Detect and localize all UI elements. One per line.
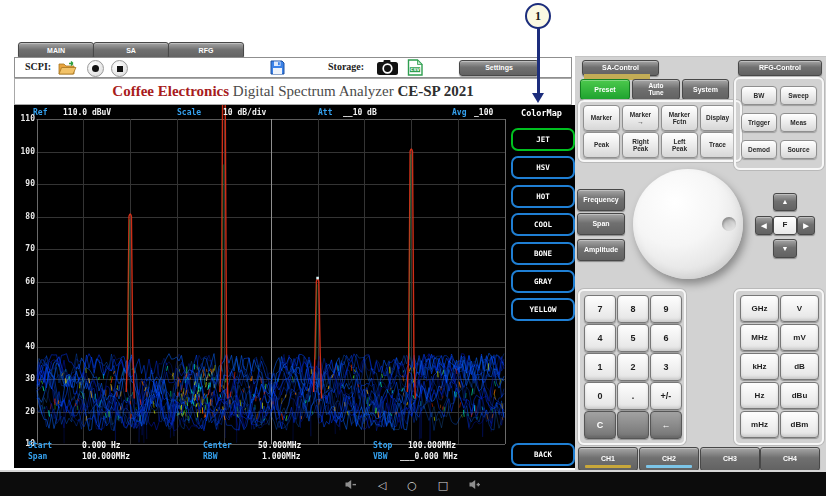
key-8[interactable]: 8	[617, 295, 649, 323]
key-7[interactable]: 7	[584, 295, 616, 323]
trigger-button[interactable]: Trigger	[741, 113, 777, 132]
att-value: __10 dB	[343, 108, 377, 117]
key-backspace[interactable]: ←	[650, 411, 682, 439]
frequency-button[interactable]: Frequency	[577, 189, 625, 211]
peak-button[interactable]: Peak	[583, 132, 620, 158]
marker-fctn-button[interactable]: Marker Fctn	[661, 105, 698, 131]
key-9[interactable]: 9	[650, 295, 682, 323]
rotary-knob[interactable]	[633, 169, 743, 279]
key-hz[interactable]: Hz	[740, 382, 779, 409]
spectrum-panel: Ref 110.0 dBuV Scale 10 dB/div Att __10 …	[14, 105, 575, 468]
y-tick: 40	[14, 342, 35, 351]
record-button[interactable]	[87, 60, 104, 77]
key-khz[interactable]: kHz	[740, 353, 779, 380]
home-icon[interactable]: ○	[407, 480, 417, 491]
y-tick: 100	[14, 147, 35, 156]
bw-button[interactable]: BW	[741, 86, 777, 105]
colormap-option-bone[interactable]: BONE	[511, 242, 575, 265]
ch4-button[interactable]: CH4	[760, 447, 820, 471]
key-1[interactable]: 1	[584, 353, 616, 381]
settings-button[interactable]: Settings	[459, 60, 539, 76]
ch1-label: CH1	[601, 455, 615, 462]
system-navbar: ◁ ○ □	[0, 470, 826, 496]
recents-icon[interactable]: □	[438, 480, 448, 491]
trace-button[interactable]: Trace	[700, 132, 735, 158]
rfg-control-button[interactable]: RFG-Control	[738, 60, 822, 76]
key-0[interactable]: 0	[584, 382, 616, 410]
auto-tune-button[interactable]: Auto Tune	[632, 79, 680, 100]
marker-to-button[interactable]: Marker →	[622, 105, 659, 131]
key-2[interactable]: 2	[617, 353, 649, 381]
stop-button[interactable]	[111, 60, 128, 77]
colormap-option-gray[interactable]: GRAY	[511, 270, 575, 293]
key-decimal[interactable]: .	[617, 382, 649, 410]
nav-left-button[interactable]: ◀	[755, 216, 773, 235]
save-icon[interactable]	[270, 60, 285, 79]
meas-button[interactable]: Meas	[780, 113, 817, 132]
vbw-value: ___0.000 MHz	[400, 452, 458, 461]
key-plus-minus[interactable]: +/-	[650, 382, 682, 410]
avg-label: Avg	[452, 108, 466, 117]
knob-dimple	[722, 217, 736, 231]
nav-f-button[interactable]: F	[773, 216, 797, 235]
demod-button[interactable]: Demod	[741, 140, 777, 159]
camera-icon[interactable]	[376, 59, 399, 80]
nav-up-button[interactable]: ▲	[773, 193, 797, 211]
ref-value: 110.0 dBuV	[63, 108, 111, 117]
marker-button[interactable]: Marker	[583, 105, 620, 131]
folder-open-icon[interactable]	[57, 59, 77, 80]
ch1-button[interactable]: CH1	[578, 447, 638, 471]
colormap-option-jet[interactable]: JET	[511, 128, 575, 151]
stop-label: Stop	[373, 441, 392, 450]
y-tick: 60	[14, 277, 35, 286]
key-5[interactable]: 5	[617, 324, 649, 352]
volume-up-icon[interactable]	[469, 476, 481, 494]
y-tick: 110	[14, 114, 35, 123]
sweep-button[interactable]: Sweep	[780, 86, 817, 105]
key-mhz-milli[interactable]: mHz	[740, 411, 779, 438]
spectrum-display	[14, 105, 575, 468]
svg-text:CSV: CSV	[410, 67, 420, 72]
key-v[interactable]: V	[780, 295, 819, 322]
title-bar: Coffee Electronics Digital Spectrum Anal…	[14, 78, 572, 105]
preset-button[interactable]: Preset	[580, 79, 630, 100]
annotation-arrow-line	[537, 28, 540, 94]
key-ghz[interactable]: GHz	[740, 295, 779, 322]
amplitude-button[interactable]: Amplitude	[577, 239, 625, 261]
key-mv[interactable]: mV	[780, 324, 819, 351]
colormap-option-hsv[interactable]: HSV	[511, 156, 575, 179]
key-6[interactable]: 6	[650, 324, 682, 352]
display-button[interactable]: Display	[700, 105, 735, 131]
back-icon[interactable]: ◁	[378, 480, 386, 491]
key-db[interactable]: dB	[780, 353, 819, 380]
annotation-arrowhead	[532, 93, 544, 103]
nav-down-button[interactable]: ▼	[773, 239, 797, 258]
right-peak-button[interactable]: Right Peak	[622, 132, 659, 158]
model-name: CE-SP 2021	[397, 83, 473, 100]
key-3[interactable]: 3	[650, 353, 682, 381]
key-blank[interactable]	[617, 411, 649, 439]
f-key-label: F	[783, 221, 788, 229]
left-peak-button[interactable]: Left Peak	[661, 132, 698, 158]
system-button[interactable]: System	[682, 79, 729, 100]
source-button[interactable]: Source	[780, 140, 817, 159]
key-dbm[interactable]: dBm	[780, 411, 819, 438]
y-tick: 80	[14, 212, 35, 221]
ch2-button[interactable]: CH2	[639, 447, 699, 471]
csv-file-icon[interactable]: CSV	[407, 59, 423, 80]
volume-down-icon[interactable]	[345, 476, 357, 494]
ch4-label: CH4	[783, 455, 797, 462]
key-mhz[interactable]: MHz	[740, 324, 779, 351]
key-dbu[interactable]: dBu	[780, 382, 819, 409]
colormap-option-hot[interactable]: HOT	[511, 185, 575, 208]
colormap-title: ColorMap	[508, 108, 575, 118]
key-clear[interactable]: C	[584, 411, 616, 439]
colormap-option-yellow[interactable]: YELLOW	[511, 298, 575, 321]
span-button[interactable]: Span	[577, 213, 625, 235]
colormap-option-cool[interactable]: COOL	[511, 213, 575, 236]
key-4[interactable]: 4	[584, 324, 616, 352]
ch3-label: CH3	[723, 455, 737, 462]
ch3-button[interactable]: CH3	[700, 447, 760, 471]
back-button[interactable]: BACK	[511, 443, 575, 466]
nav-right-button[interactable]: ▶	[797, 216, 815, 235]
